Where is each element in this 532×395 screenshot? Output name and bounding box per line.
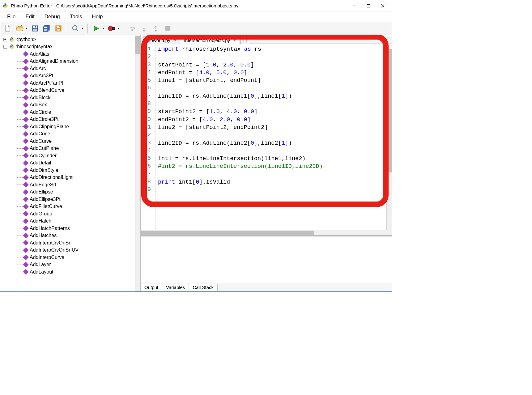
toolbar-separator	[87, 24, 88, 33]
tab-intersection-objects[interactable]: intersection objects.py✕	[181, 36, 240, 44]
tree-method-addellipse3pt[interactable]: AddEllipse3Pt	[0, 196, 140, 203]
tree-method-addblock[interactable]: AddBlock	[0, 94, 140, 101]
tree-method-addlayer[interactable]: AddLayer	[0, 261, 140, 269]
new-file-button[interactable]	[2, 23, 13, 34]
tree-connector	[17, 243, 23, 243]
save-all-button[interactable]	[41, 23, 52, 34]
new-tab-button[interactable]	[240, 36, 249, 44]
tree-method-addalias[interactable]: AddAlias	[0, 50, 140, 58]
tree-method-addhatches[interactable]: AddHatches	[0, 232, 140, 240]
tree-method-addlayout[interactable]: AddLayout	[0, 268, 140, 276]
output-tab-callstack[interactable]: Call Stack	[189, 284, 218, 291]
save-as-button[interactable]	[53, 23, 64, 34]
tree-label: AddEllipse	[30, 189, 53, 195]
close-tab-icon[interactable]: ✕	[173, 38, 177, 43]
tree-method-addinterpcrvonsrfuv[interactable]: AddInterpCrvOnSrfUV	[0, 247, 140, 254]
api-tree[interactable]: + <python> − rhinoscriptsyntax AddAliasA…	[0, 35, 140, 291]
menu-debug[interactable]: Debug	[40, 12, 64, 21]
tree-method-addcone[interactable]: AddCone	[0, 130, 140, 138]
open-file-button[interactable]: ▼	[14, 23, 29, 34]
method-icon	[23, 182, 28, 187]
svg-line-18	[76, 29, 78, 31]
minimize-button[interactable]	[347, 1, 361, 11]
tree-method-addcylinder[interactable]: AddCylinder	[0, 152, 140, 159]
tab-label: intersection objects.py	[184, 38, 230, 43]
tree-connector	[17, 54, 23, 54]
tree-label: AddArcPtTanPt	[30, 80, 63, 86]
close-tab-icon[interactable]: ✕	[233, 38, 236, 43]
svg-rect-1	[367, 4, 370, 7]
collapse-icon[interactable]: −	[3, 45, 7, 49]
tree-method-addgroup[interactable]: AddGroup	[0, 210, 140, 218]
tree-method-addellipse[interactable]: AddEllipse	[0, 189, 140, 196]
titlebar: Rhino Python Editor - C:\Users\scottd\Ap…	[0, 0, 392, 11]
tree-method-addcurve[interactable]: AddCurve	[0, 138, 140, 145]
tree-method-addarcpttanpt[interactable]: AddArcPtTanPt	[0, 79, 140, 87]
output-body[interactable]	[141, 237, 392, 283]
method-icon	[23, 102, 28, 108]
tree-method-addarc[interactable]: AddArc	[0, 65, 140, 72]
step-over-button	[127, 23, 138, 34]
tree-method-addcutplane[interactable]: AddCutPlane	[0, 145, 140, 152]
save-button[interactable]	[29, 23, 40, 34]
tree-method-addcircle3pt[interactable]: AddCircle3Pt	[0, 116, 140, 123]
tree-node-rhinoscriptsyntax[interactable]: − rhinoscriptsyntax	[0, 43, 140, 51]
tree-method-addclippingplane[interactable]: AddClippingPlane	[0, 123, 140, 130]
output-tab-variables[interactable]: Variables	[162, 284, 189, 291]
code-editor[interactable]: 12345678910111213141516171819 import rhi…	[141, 44, 392, 230]
output-tabs: Output Variables Call Stack	[141, 283, 392, 291]
output-tab-output[interactable]: Output	[141, 284, 162, 291]
menu-help[interactable]: Help	[88, 12, 107, 21]
svg-rect-12	[44, 29, 47, 31]
tab-helloworld[interactable]: ...oworld.py✕	[143, 36, 180, 44]
method-icon	[23, 51, 28, 57]
expand-icon[interactable]: +	[3, 38, 7, 41]
maximize-button[interactable]	[361, 1, 376, 11]
method-icon	[23, 248, 28, 253]
tree-method-addblendcurve[interactable]: AddBlendCurve	[0, 87, 140, 94]
code-content[interactable]: import rhinoscriptsyntax as rs startPoin…	[155, 44, 392, 230]
tree-method-addbox[interactable]: AddBox	[0, 101, 140, 109]
tree-scrollbar[interactable]	[135, 35, 140, 291]
tree-method-addedgesrf[interactable]: AddEdgeSrf	[0, 181, 140, 189]
method-icon	[23, 146, 28, 151]
tree-method-addinterpcurve[interactable]: AddInterpCurve	[0, 254, 140, 261]
tree-method-addarc3pt[interactable]: AddArc3Pt	[0, 72, 140, 80]
menu-tools[interactable]: Tools	[66, 12, 87, 21]
search-button[interactable]: ▼	[70, 23, 85, 34]
tree-method-addhatch[interactable]: AddHatch	[0, 218, 140, 225]
breakpoint-button[interactable]: ▼	[106, 23, 121, 34]
tree-method-adddetail[interactable]: AddDetail	[0, 159, 140, 167]
method-icon	[23, 226, 28, 231]
menu-file[interactable]: File	[3, 12, 20, 21]
editor-tabs: ...oworld.py✕ intersection objects.py✕	[141, 35, 392, 44]
svg-rect-16	[59, 26, 60, 28]
tab-label: ...oworld.py	[147, 38, 170, 43]
menu-edit[interactable]: Edit	[21, 12, 39, 21]
svg-rect-20	[112, 27, 115, 30]
method-icon	[23, 66, 28, 71]
editor-v-scrollbar[interactable]	[386, 44, 392, 230]
tree-node-python[interactable]: + <python>	[0, 36, 140, 43]
run-button[interactable]: ▼	[91, 23, 105, 34]
tree-method-adddimstyle[interactable]: AddDimStyle	[0, 167, 140, 174]
tree-method-adddirectionallight[interactable]: AddDirectionalLight	[0, 174, 140, 181]
editor-h-scrollbar[interactable]	[141, 230, 392, 235]
tree-method-addfilletcurve[interactable]: AddFilletCurve	[0, 203, 140, 210]
tree-method-addaligneddimension[interactable]: AddAlignedDimension	[0, 58, 140, 65]
tree-connector	[17, 265, 23, 265]
tree-connector	[17, 112, 23, 112]
tree-method-addinterpcrvonsrf[interactable]: AddInterpCrvOnSrf	[0, 239, 140, 247]
tree-label: AddLayer	[30, 262, 51, 267]
method-icon	[23, 131, 28, 137]
tree-connector	[17, 250, 23, 250]
toolbar: ▼ ▼ ▼ ▼	[0, 22, 392, 35]
tree-method-addhatchpatterns[interactable]: AddHatchPatterns	[0, 225, 140, 232]
close-button[interactable]	[376, 1, 390, 11]
tree-connector	[17, 90, 23, 91]
method-icon	[23, 233, 28, 238]
method-icon	[23, 73, 28, 79]
tree-label: AddAlias	[30, 51, 49, 57]
tree-method-addcircle[interactable]: AddCircle	[0, 108, 140, 116]
tree-label: AddCylinder	[30, 153, 57, 159]
